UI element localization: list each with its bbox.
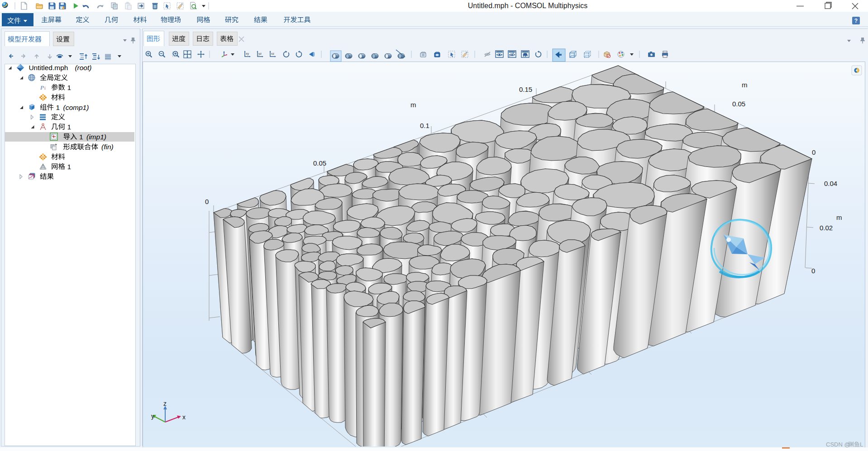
svg-text:1: 1 <box>67 84 72 91</box>
svg-text:x: x <box>182 413 186 421</box>
svg-text:1: 1 <box>67 163 72 171</box>
svg-text:(root): (root) <box>75 64 91 71</box>
svg-text:1: 1 <box>79 133 83 141</box>
svg-text:i: i <box>44 85 46 90</box>
svg-text:xy: xy <box>246 52 249 56</box>
svg-text:0.1: 0.1 <box>420 122 429 129</box>
svg-text:1: 1 <box>56 104 60 111</box>
svg-text:0.02: 0.02 <box>820 224 833 232</box>
svg-text:xz: xz <box>271 52 275 55</box>
svg-text:0.05: 0.05 <box>313 159 326 167</box>
svg-text:z: z <box>163 400 167 407</box>
svg-text:(fin): (fin) <box>101 143 114 151</box>
svg-text:CSDN @: CSDN @ <box>826 441 850 448</box>
svg-text:0.15: 0.15 <box>519 85 532 93</box>
svg-text:yz: yz <box>258 52 262 56</box>
svg-text:0.05: 0.05 <box>732 100 745 108</box>
svg-text:m: m <box>410 101 416 109</box>
svg-text:y: y <box>151 413 154 420</box>
svg-text:Untitled.mph - COMSOL Multiphy: Untitled.mph - COMSOL Multiphysics <box>468 2 587 9</box>
svg-text:m: m <box>742 81 748 89</box>
svg-text:Untitled.mph: Untitled.mph <box>29 64 68 71</box>
svg-text:0.04: 0.04 <box>824 180 837 187</box>
svg-text:m: m <box>836 214 842 221</box>
svg-text:?: ? <box>854 18 858 24</box>
svg-text:P: P <box>40 84 44 91</box>
svg-text:0: 0 <box>811 267 815 275</box>
svg-text:(comp1): (comp1) <box>63 104 89 111</box>
svg-text:L: L <box>860 441 863 448</box>
svg-text:0: 0 <box>812 148 816 156</box>
svg-text:0: 0 <box>205 198 209 205</box>
svg-text:(imp1): (imp1) <box>86 133 106 141</box>
svg-text:1: 1 <box>67 123 72 131</box>
